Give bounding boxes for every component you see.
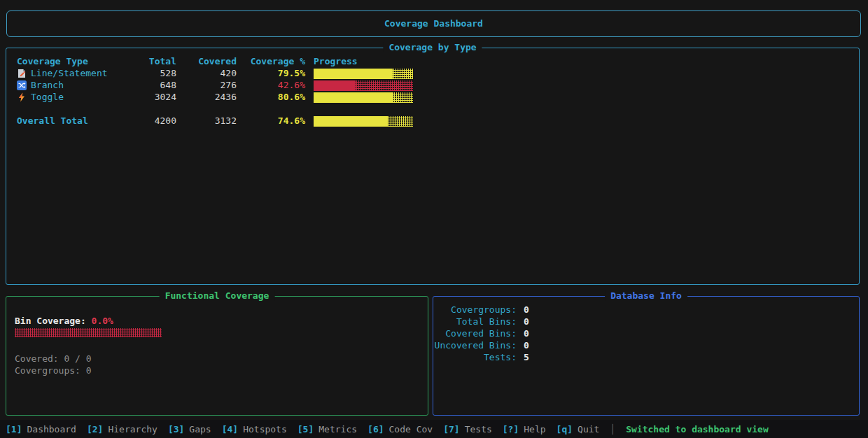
shortcut-key: [5]	[298, 424, 314, 435]
database-info-row: Total Bins: 0	[434, 316, 859, 327]
page-title: Coverage Dashboard	[7, 11, 860, 36]
shortcut-key: [?]	[503, 424, 519, 435]
shortcut-label: Help	[524, 424, 545, 435]
shortcut-key: [q]	[556, 424, 573, 435]
progress-bar-remainder	[356, 80, 413, 91]
status-separator: │	[610, 424, 615, 435]
database-info-row: Uncovered Bins: 0	[434, 339, 859, 351]
shortcut-label: Code Cov	[389, 424, 433, 435]
overall-total-row: Overall Total 4200 3132 74.6%	[17, 115, 859, 127]
coverage-table-row: Toggle 3024 2436 80.6%	[17, 91, 859, 103]
overall-total-value: 4200	[123, 115, 176, 127]
progress-bar-remainder	[393, 92, 413, 103]
coverage-pct-value: 79.5%	[237, 67, 305, 79]
status-bar-shortcut[interactable]: [4] Hotspots	[222, 424, 287, 435]
overall-progress-bar	[314, 116, 413, 127]
database-field-label: Covergroups:	[434, 304, 517, 316]
shortcut-label: Quit	[578, 424, 599, 435]
progress-bar	[314, 80, 413, 91]
shortcut-label: Gaps	[189, 424, 211, 435]
shortcut-key: [3]	[168, 424, 184, 435]
progress-bar-fill	[314, 92, 393, 103]
overall-covered-value: 3132	[176, 115, 237, 127]
coverage-pct-value: 80.6%	[237, 91, 305, 103]
bin-coverage-label: Bin Coverage:	[15, 316, 86, 326]
status-bar-shortcut[interactable]: [5] Metrics	[298, 424, 357, 435]
status-message: Switched to dashboard view	[626, 424, 769, 435]
lightning-icon	[17, 92, 27, 102]
total-value: 528	[123, 67, 176, 79]
progress-bar	[314, 92, 413, 103]
database-info-row: Covergroups: 0	[434, 304, 859, 316]
status-bar-shortcut[interactable]: [7] Tests	[443, 424, 492, 435]
progress-bar	[314, 69, 413, 79]
functional-coverage-panel-title: Functional Coverage	[160, 290, 275, 301]
column-header-covered: Covered	[176, 55, 237, 67]
database-field-value: 0	[524, 304, 859, 316]
progress-bar-fill	[314, 116, 388, 127]
database-field-value: 0	[524, 327, 859, 339]
coverage-type-label: Branch	[31, 79, 64, 91]
memo-icon	[17, 69, 27, 78]
progress-bar-remainder	[388, 116, 413, 127]
status-bar-shortcut[interactable]: [6] Code Cov	[368, 424, 433, 435]
total-value: 3024	[123, 91, 176, 103]
coverage-type-label: Line/Statement	[31, 67, 108, 79]
covered-value: 276	[176, 79, 237, 91]
column-header-type: Coverage Type	[17, 55, 123, 67]
functional-coverage-panel: Functional Coverage Bin Coverage: 0.0% C…	[6, 296, 428, 416]
status-bar-shortcut[interactable]: [?] Help	[503, 424, 546, 435]
shortcut-key: [4]	[222, 424, 238, 435]
status-bar-shortcut[interactable]: [3] Gaps	[168, 424, 211, 435]
progress-bar-remainder	[15, 328, 162, 337]
database-field-label: Tests:	[434, 351, 517, 363]
shortcut-key: [7]	[443, 424, 459, 435]
database-field-value: 0	[524, 339, 859, 351]
database-field-label: Total Bins:	[434, 316, 517, 327]
covered-value: 420	[176, 67, 237, 79]
covered-summary: Covered: 0 / 0	[15, 353, 428, 365]
progress-bar-remainder	[393, 69, 413, 79]
database-field-value: 0	[524, 316, 859, 327]
coverage-pct-value: 42.6%	[237, 79, 305, 91]
database-info-panel: Database Info Covergroups: 0 Total Bins:…	[433, 296, 860, 416]
database-field-label: Covered Bins:	[434, 327, 517, 339]
shortcut-label: Tests	[465, 424, 492, 435]
coverage-table-header: Coverage Type Total Covered Coverage % P…	[17, 55, 859, 67]
shortcut-label: Hierarchy	[108, 424, 157, 435]
shortcut-key: [1]	[6, 424, 22, 435]
covered-value: 2436	[176, 91, 237, 103]
column-header-total: Total	[123, 55, 176, 67]
database-field-value: 5	[524, 351, 859, 363]
shortcut-key: [2]	[87, 424, 103, 435]
coverage-by-type-panel-title: Coverage by Type	[383, 42, 482, 52]
shortcut-key: [6]	[368, 424, 384, 435]
column-header-pct: Coverage %	[237, 55, 305, 67]
coverage-by-type-panel: Coverage by Type Coverage Type Total Cov…	[6, 48, 860, 285]
status-bar: [1] Dashboard [2] Hierarchy [3] Gaps [4]…	[0, 420, 868, 438]
progress-bar-fill	[314, 69, 393, 79]
shortcut-label: Dashboard	[27, 424, 76, 435]
title-bar: Coverage Dashboard	[6, 10, 861, 37]
overall-pct-value: 74.6%	[237, 115, 305, 127]
bin-coverage-value: 0.0%	[92, 316, 113, 326]
overall-total-label: Overall Total	[17, 115, 88, 127]
bin-coverage-bar	[15, 328, 162, 337]
coverage-table-row: Branch 648 276 42.6%	[17, 79, 859, 91]
shortcut-label: Metrics	[318, 424, 357, 435]
progress-bar-fill	[314, 80, 356, 91]
status-bar-shortcut[interactable]: [2] Hierarchy	[87, 424, 158, 435]
database-info-row: Covered Bins: 0	[434, 327, 859, 339]
shuffle-icon	[17, 80, 27, 90]
coverage-type-label: Toggle	[31, 91, 64, 103]
database-field-label: Uncovered Bins:	[434, 339, 517, 351]
covergroups-summary: Covergroups: 0	[15, 365, 428, 376]
status-bar-shortcut[interactable]: [1] Dashboard	[6, 424, 76, 435]
coverage-table-row: Line/Statement 528 420 79.5%	[17, 67, 859, 79]
database-info-panel-title: Database Info	[605, 290, 687, 301]
total-value: 648	[123, 79, 176, 91]
database-info-row: Tests: 5	[434, 351, 859, 363]
shortcut-label: Hotspots	[243, 424, 287, 435]
column-header-progress: Progress	[305, 55, 859, 67]
status-bar-shortcut[interactable]: [q] Quit	[556, 424, 600, 435]
